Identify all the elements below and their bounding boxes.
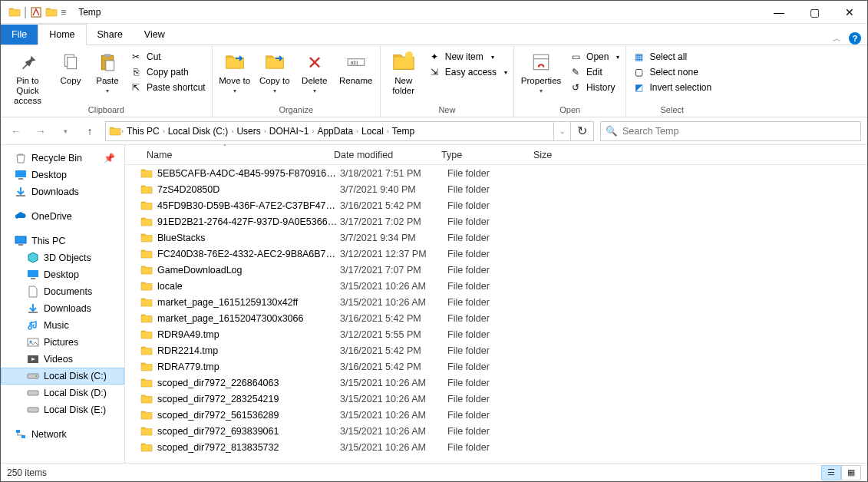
nav-3d-objects[interactable]: 3D Objects	[1, 249, 124, 266]
breadcrumb-segment[interactable]: DOHAI~1	[266, 126, 312, 137]
breadcrumb-segment[interactable]: AppData	[314, 126, 356, 137]
navigation-pane[interactable]: Recycle Bin📌 Desktop Downloads OneDrive …	[1, 145, 125, 463]
nav-downloads[interactable]: Downloads	[1, 183, 124, 200]
nav-music[interactable]: Music	[1, 317, 124, 334]
view-icons-button[interactable]: ▦	[841, 465, 861, 480]
column-name[interactable]: Name	[140, 147, 328, 163]
search-box[interactable]: 🔍 Search Temp	[600, 121, 861, 141]
file-name: market_page_16152047300x3066	[157, 313, 340, 324]
paste-shortcut-button[interactable]: ⇱Paste shortcut	[128, 81, 207, 94]
table-row[interactable]: BlueStacks 3/7/2021 9:34 PM File folder	[125, 229, 867, 246]
column-date[interactable]: Date modified	[328, 147, 435, 163]
maximize-button[interactable]: ▢	[797, 1, 832, 24]
copy-to-button[interactable]: Copy to▾	[257, 50, 292, 96]
breadcrumb-segment[interactable]: This PC	[124, 126, 163, 137]
ribbon: Pin to Quick access Copy Paste ▾ ✂Cut ⎘C…	[1, 45, 867, 117]
address-history-button[interactable]: ⌵	[553, 122, 570, 140]
table-row[interactable]: RDR2214.tmp 3/16/2021 5:42 PM File folde…	[125, 342, 867, 358]
select-none-button[interactable]: ▢Select none	[631, 65, 713, 79]
table-row[interactable]: RDR9A49.tmp 3/12/2021 5:55 PM File folde…	[125, 326, 867, 342]
move-to-button[interactable]: Move to▾	[217, 50, 252, 96]
nav-documents[interactable]: Documents	[1, 283, 124, 300]
table-row[interactable]: 91ED2B21-2764-427F-937D-9A0E5366221D 3/1…	[125, 213, 867, 229]
column-headers[interactable]: ˄ Name Date modified Type Size	[125, 145, 867, 165]
path-icon: ⎘	[130, 66, 142, 78]
nav-downloads-2[interactable]: Downloads	[1, 300, 124, 317]
copy-path-button[interactable]: ⎘Copy path	[128, 65, 207, 79]
edit-button[interactable]: ✎Edit	[568, 65, 621, 79]
invert-selection-button[interactable]: ◩Invert selection	[631, 81, 713, 94]
new-folder-button[interactable]: New folder	[385, 50, 422, 96]
file-type: File folder	[447, 394, 540, 404]
breadcrumb-segment[interactable]: Users	[233, 126, 263, 137]
recent-locations-button[interactable]: ▾	[56, 122, 74, 140]
breadcrumb-segment[interactable]: Local Disk (C:)	[165, 126, 232, 137]
table-row[interactable]: scoped_dir7972_693839061 3/15/2021 10:26…	[125, 423, 867, 439]
minimize-ribbon-button[interactable]: ︿	[833, 33, 841, 45]
table-row[interactable]: GameDownloadLog 3/17/2021 7:07 PM File f…	[125, 262, 867, 278]
breadcrumb-segment[interactable]: Local	[358, 126, 387, 137]
table-row[interactable]: market_page_16151259130x42ff 3/15/2021 1…	[125, 294, 867, 310]
tab-file[interactable]: File	[1, 25, 38, 45]
table-row[interactable]: FC240D38-76E2-4332-AEC2-9B8A6B7C7C… 3/12…	[125, 246, 867, 262]
forward-button[interactable]: →	[31, 122, 50, 140]
history-button[interactable]: ↺History	[568, 81, 621, 94]
table-row[interactable]: 7zS4D20850D 3/7/2021 9:40 PM File folder	[125, 181, 867, 197]
column-type[interactable]: Type	[435, 147, 527, 163]
group-select: ▦Select all ▢Select none ◩Invert selecti…	[626, 45, 718, 117]
table-row[interactable]: 5EB5CAFB-A4DC-4B45-9975-F8709161DD… 3/18…	[125, 165, 867, 181]
paste-button[interactable]: Paste ▾	[91, 50, 124, 96]
qat-caret-icon[interactable]: ≡	[61, 7, 66, 18]
table-row[interactable]: 45FD9B30-D59B-436F-A7E2-C37BF47DEA… 3/16…	[125, 197, 867, 213]
rename-button[interactable]: ab| Rename	[337, 50, 375, 86]
folder-icon	[140, 441, 153, 454]
table-row[interactable]: market_page_16152047300x3066 3/16/2021 5…	[125, 310, 867, 326]
table-row[interactable]: RDRA779.tmp 3/16/2021 5:42 PM File folde…	[125, 358, 867, 375]
nav-onedrive[interactable]: OneDrive	[1, 208, 124, 225]
folder-icon[interactable]	[45, 6, 58, 18]
tab-home[interactable]: Home	[38, 24, 86, 45]
address-bar[interactable]: › This PC›Local Disk (C:)›Users›DOHAI~1›…	[105, 121, 571, 141]
up-button[interactable]: ↑	[81, 122, 99, 140]
tab-view[interactable]: View	[134, 25, 176, 45]
nav-videos[interactable]: Videos	[1, 351, 124, 368]
nav-disk-d[interactable]: Local Disk (D:)	[1, 385, 124, 401]
open-button[interactable]: ▭Open ▾	[568, 50, 621, 64]
file-date: 3/15/2021 10:26 AM	[340, 394, 447, 404]
properties-button[interactable]: Properties▾	[519, 50, 563, 96]
help-button[interactable]: ?	[849, 32, 861, 45]
copy-button[interactable]: Copy	[54, 50, 87, 86]
nav-desktop-2[interactable]: Desktop	[1, 266, 124, 283]
refresh-button[interactable]: ↻	[571, 121, 594, 141]
new-item-button[interactable]: ✦New item ▾	[427, 50, 509, 64]
table-row[interactable]: locale 3/15/2021 10:26 AM File folder	[125, 278, 867, 294]
properties-icon[interactable]	[30, 6, 42, 18]
close-button[interactable]: ✕	[832, 1, 867, 24]
file-list[interactable]: 5EB5CAFB-A4DC-4B45-9975-F8709161DD… 3/18…	[125, 165, 867, 463]
nav-desktop[interactable]: Desktop	[1, 167, 124, 183]
table-row[interactable]: scoped_dir7972_561536289 3/15/2021 10:26…	[125, 407, 867, 423]
column-size[interactable]: Size	[527, 147, 589, 163]
back-button[interactable]: ←	[7, 122, 25, 140]
nav-disk-e[interactable]: Local Disk (E:)	[1, 401, 124, 418]
nav-disk-c[interactable]: Local Disk (C:)	[1, 368, 124, 385]
pin-quick-access-button[interactable]: Pin to Quick access	[5, 50, 50, 106]
easy-access-button[interactable]: ⇲Easy access ▾	[427, 65, 509, 79]
minimize-button[interactable]: —	[761, 1, 797, 24]
view-details-button[interactable]: ☰	[821, 465, 841, 480]
select-all-button[interactable]: ▦Select all	[631, 50, 713, 64]
table-row[interactable]: scoped_dir7972_283254219 3/15/2021 10:26…	[125, 391, 867, 407]
cut-button[interactable]: ✂Cut	[128, 50, 207, 64]
nav-network[interactable]: Network	[1, 426, 124, 443]
tab-share[interactable]: Share	[87, 25, 134, 45]
table-row[interactable]: scoped_dir7972_226864063 3/15/2021 10:26…	[125, 375, 867, 391]
file-type: File folder	[447, 426, 540, 437]
breadcrumb-segment[interactable]: Temp	[389, 126, 417, 137]
search-icon: 🔍	[606, 125, 618, 137]
table-row[interactable]: scoped_dir7972_813835732 3/15/2021 10:26…	[125, 439, 867, 455]
delete-button[interactable]: ✕ Delete▾	[297, 50, 332, 96]
nav-recycle-bin[interactable]: Recycle Bin📌	[1, 150, 124, 167]
nav-this-pc[interactable]: This PC	[1, 233, 124, 249]
nav-pictures[interactable]: Pictures	[1, 334, 124, 351]
folder-icon	[140, 377, 153, 389]
